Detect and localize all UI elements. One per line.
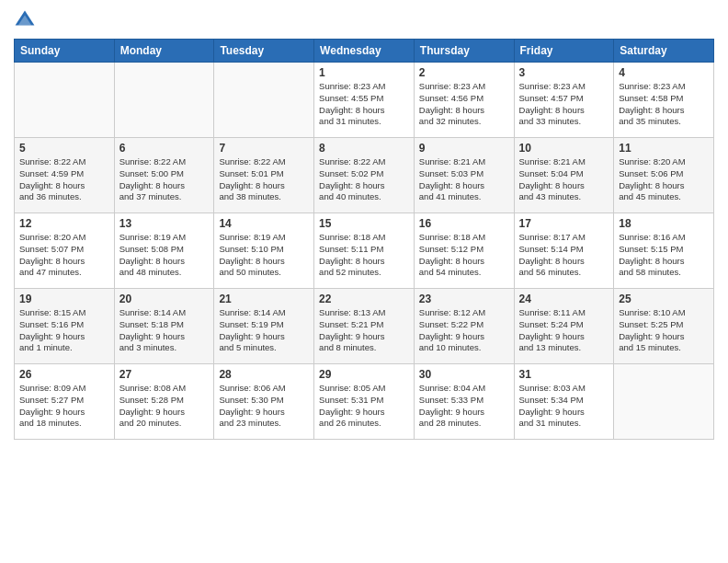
day-number: 2 xyxy=(419,66,509,79)
day-cell: 1Sunrise: 8:23 AMSunset: 4:55 PMDaylight… xyxy=(314,63,415,138)
day-info: Sunrise: 8:15 AMSunset: 5:16 PMDaylight:… xyxy=(19,307,109,354)
logo xyxy=(14,9,40,31)
week-row-3: 12Sunrise: 8:20 AMSunset: 5:07 PMDayligh… xyxy=(15,213,714,289)
day-number: 20 xyxy=(119,293,210,305)
col-header-tuesday: Tuesday xyxy=(214,40,314,63)
day-info: Sunrise: 8:11 AMSunset: 5:24 PMDaylight:… xyxy=(519,307,609,354)
day-cell: 10Sunrise: 8:21 AMSunset: 5:04 PMDayligh… xyxy=(514,138,614,213)
day-info: Sunrise: 8:14 AMSunset: 5:19 PMDaylight:… xyxy=(219,307,309,354)
day-cell: 5Sunrise: 8:22 AMSunset: 4:59 PMDaylight… xyxy=(15,138,115,213)
day-number: 27 xyxy=(119,368,210,381)
day-number: 19 xyxy=(19,293,109,305)
col-header-sunday: Sunday xyxy=(15,40,115,63)
day-number: 6 xyxy=(119,142,210,155)
day-number: 7 xyxy=(219,142,309,155)
day-cell: 8Sunrise: 8:22 AMSunset: 5:02 PMDaylight… xyxy=(314,138,415,213)
col-header-saturday: Saturday xyxy=(614,40,714,63)
day-cell: 28Sunrise: 8:06 AMSunset: 5:30 PMDayligh… xyxy=(214,364,314,440)
header-row: SundayMondayTuesdayWednesdayThursdayFrid… xyxy=(15,40,714,63)
day-number: 11 xyxy=(619,142,709,155)
day-info: Sunrise: 8:17 AMSunset: 5:14 PMDaylight:… xyxy=(519,232,609,279)
day-info: Sunrise: 8:10 AMSunset: 5:25 PMDaylight:… xyxy=(619,307,709,354)
day-number: 10 xyxy=(519,142,609,155)
day-cell: 13Sunrise: 8:19 AMSunset: 5:08 PMDayligh… xyxy=(114,213,214,289)
day-number: 9 xyxy=(419,142,509,155)
day-info: Sunrise: 8:18 AMSunset: 5:12 PMDaylight:… xyxy=(419,232,509,279)
day-cell: 24Sunrise: 8:11 AMSunset: 5:24 PMDayligh… xyxy=(514,289,614,364)
day-cell: 4Sunrise: 8:23 AMSunset: 4:58 PMDaylight… xyxy=(614,63,714,138)
day-number: 31 xyxy=(519,368,609,381)
day-number: 26 xyxy=(19,368,109,381)
day-info: Sunrise: 8:22 AMSunset: 5:01 PMDaylight:… xyxy=(219,156,309,203)
day-cell: 23Sunrise: 8:12 AMSunset: 5:22 PMDayligh… xyxy=(414,289,514,364)
day-info: Sunrise: 8:14 AMSunset: 5:18 PMDaylight:… xyxy=(119,307,210,354)
week-row-4: 19Sunrise: 8:15 AMSunset: 5:16 PMDayligh… xyxy=(15,289,714,364)
day-cell: 2Sunrise: 8:23 AMSunset: 4:56 PMDaylight… xyxy=(414,63,514,138)
day-info: Sunrise: 8:22 AMSunset: 5:02 PMDaylight:… xyxy=(319,156,409,203)
day-cell xyxy=(614,364,714,440)
calendar: SundayMondayTuesdayWednesdayThursdayFrid… xyxy=(14,39,714,440)
day-info: Sunrise: 8:23 AMSunset: 4:55 PMDaylight:… xyxy=(319,81,409,128)
day-number: 25 xyxy=(619,293,709,305)
day-cell: 17Sunrise: 8:17 AMSunset: 5:14 PMDayligh… xyxy=(514,213,614,289)
day-number: 5 xyxy=(19,142,109,155)
day-number: 1 xyxy=(319,66,409,79)
day-number: 16 xyxy=(419,217,509,230)
day-cell: 18Sunrise: 8:16 AMSunset: 5:15 PMDayligh… xyxy=(614,213,714,289)
day-cell: 14Sunrise: 8:19 AMSunset: 5:10 PMDayligh… xyxy=(214,213,314,289)
day-cell: 29Sunrise: 8:05 AMSunset: 5:31 PMDayligh… xyxy=(314,364,415,440)
day-cell: 11Sunrise: 8:20 AMSunset: 5:06 PMDayligh… xyxy=(614,138,714,213)
day-cell xyxy=(214,63,314,138)
day-info: Sunrise: 8:20 AMSunset: 5:07 PMDaylight:… xyxy=(19,232,109,279)
day-cell: 25Sunrise: 8:10 AMSunset: 5:25 PMDayligh… xyxy=(614,289,714,364)
day-info: Sunrise: 8:21 AMSunset: 5:04 PMDaylight:… xyxy=(519,156,609,203)
day-number: 13 xyxy=(119,217,210,230)
day-number: 24 xyxy=(519,293,609,305)
day-cell: 9Sunrise: 8:21 AMSunset: 5:03 PMDaylight… xyxy=(414,138,514,213)
day-cell: 16Sunrise: 8:18 AMSunset: 5:12 PMDayligh… xyxy=(414,213,514,289)
day-number: 30 xyxy=(419,368,509,381)
day-cell: 15Sunrise: 8:18 AMSunset: 5:11 PMDayligh… xyxy=(314,213,415,289)
day-number: 23 xyxy=(419,293,509,305)
day-cell: 22Sunrise: 8:13 AMSunset: 5:21 PMDayligh… xyxy=(314,289,415,364)
col-header-wednesday: Wednesday xyxy=(314,40,415,63)
day-cell: 12Sunrise: 8:20 AMSunset: 5:07 PMDayligh… xyxy=(15,213,115,289)
col-header-friday: Friday xyxy=(514,40,614,63)
day-number: 3 xyxy=(519,66,609,79)
day-info: Sunrise: 8:22 AMSunset: 4:59 PMDaylight:… xyxy=(19,156,109,203)
day-cell: 21Sunrise: 8:14 AMSunset: 5:19 PMDayligh… xyxy=(214,289,314,364)
day-cell: 19Sunrise: 8:15 AMSunset: 5:16 PMDayligh… xyxy=(15,289,115,364)
week-row-1: 1Sunrise: 8:23 AMSunset: 4:55 PMDaylight… xyxy=(15,63,714,138)
day-info: Sunrise: 8:18 AMSunset: 5:11 PMDaylight:… xyxy=(319,232,409,279)
page: SundayMondayTuesdayWednesdayThursdayFrid… xyxy=(0,0,728,563)
day-number: 29 xyxy=(319,368,409,381)
day-cell: 6Sunrise: 8:22 AMSunset: 5:00 PMDaylight… xyxy=(114,138,214,213)
day-info: Sunrise: 8:03 AMSunset: 5:34 PMDaylight:… xyxy=(519,383,609,430)
day-info: Sunrise: 8:08 AMSunset: 5:28 PMDaylight:… xyxy=(119,383,210,430)
day-info: Sunrise: 8:23 AMSunset: 4:56 PMDaylight:… xyxy=(419,81,509,128)
day-info: Sunrise: 8:23 AMSunset: 4:57 PMDaylight:… xyxy=(519,81,609,128)
day-info: Sunrise: 8:22 AMSunset: 5:00 PMDaylight:… xyxy=(119,156,210,203)
day-info: Sunrise: 8:19 AMSunset: 5:10 PMDaylight:… xyxy=(219,232,309,279)
day-info: Sunrise: 8:04 AMSunset: 5:33 PMDaylight:… xyxy=(419,383,509,430)
day-number: 21 xyxy=(219,293,309,305)
day-number: 12 xyxy=(19,217,109,230)
day-info: Sunrise: 8:23 AMSunset: 4:58 PMDaylight:… xyxy=(619,81,709,128)
day-cell xyxy=(114,63,214,138)
day-info: Sunrise: 8:20 AMSunset: 5:06 PMDaylight:… xyxy=(619,156,709,203)
day-cell: 3Sunrise: 8:23 AMSunset: 4:57 PMDaylight… xyxy=(514,63,614,138)
col-header-thursday: Thursday xyxy=(414,40,514,63)
day-number: 15 xyxy=(319,217,409,230)
day-number: 18 xyxy=(619,217,709,230)
day-cell: 26Sunrise: 8:09 AMSunset: 5:27 PMDayligh… xyxy=(15,364,115,440)
day-cell xyxy=(15,63,115,138)
day-number: 14 xyxy=(219,217,309,230)
logo-icon xyxy=(14,9,36,31)
day-number: 28 xyxy=(219,368,309,381)
day-info: Sunrise: 8:05 AMSunset: 5:31 PMDaylight:… xyxy=(319,383,409,430)
day-number: 4 xyxy=(619,66,709,79)
day-number: 8 xyxy=(319,142,409,155)
day-number: 22 xyxy=(319,293,409,305)
day-info: Sunrise: 8:06 AMSunset: 5:30 PMDaylight:… xyxy=(219,383,309,430)
day-info: Sunrise: 8:21 AMSunset: 5:03 PMDaylight:… xyxy=(419,156,509,203)
